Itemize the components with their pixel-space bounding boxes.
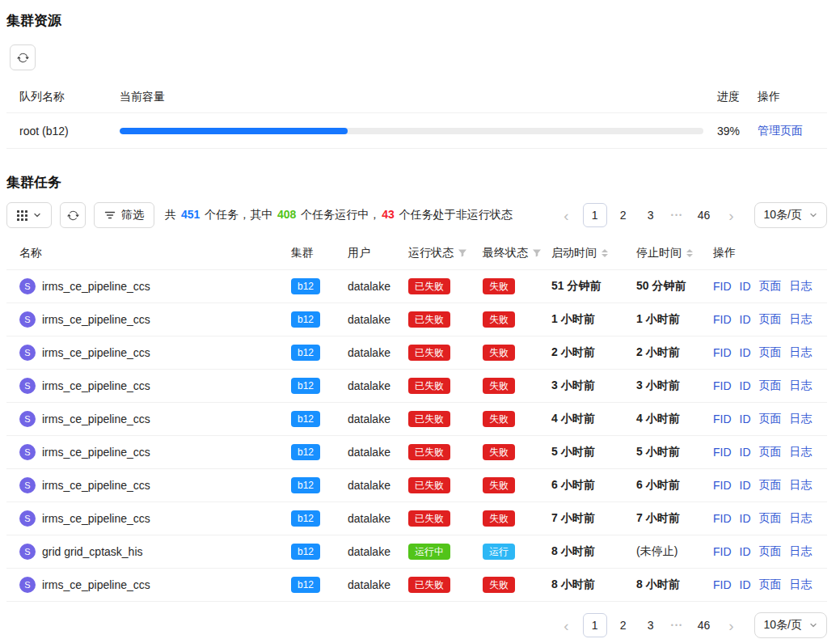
fid-link[interactable]: FID bbox=[713, 479, 732, 492]
final-status-badge: 失败 bbox=[483, 378, 515, 394]
capacity-progress-bar bbox=[120, 128, 703, 134]
id-link[interactable]: ID bbox=[740, 512, 751, 525]
pagination-prev[interactable]: ‹ bbox=[555, 203, 578, 227]
page-link[interactable]: 页面 bbox=[759, 412, 782, 426]
manage-page-link[interactable]: 管理页面 bbox=[758, 124, 803, 137]
pagination-next[interactable]: › bbox=[720, 203, 743, 227]
task-start-time: 51 分钟前 bbox=[551, 279, 636, 294]
fid-link[interactable]: FID bbox=[713, 545, 732, 558]
fid-link[interactable]: FID bbox=[713, 578, 732, 591]
chevron-down-icon bbox=[33, 211, 41, 219]
page-link[interactable]: 页面 bbox=[759, 445, 782, 459]
final-status-filter-icon[interactable] bbox=[532, 248, 542, 258]
id-link[interactable]: ID bbox=[740, 379, 751, 392]
page-link[interactable]: 页面 bbox=[759, 279, 782, 294]
run-status-badge: 运行中 bbox=[408, 544, 450, 560]
stop-time-sort-icon[interactable] bbox=[686, 249, 693, 257]
resources-refresh-button[interactable] bbox=[10, 44, 36, 70]
task-name: grid grid_cptask_his bbox=[42, 545, 143, 558]
id-link[interactable]: ID bbox=[740, 280, 751, 293]
pagination-top: ‹ 1 2 3 ••• 46 › 10条/页 bbox=[555, 202, 827, 228]
fid-link[interactable]: FID bbox=[713, 446, 732, 459]
final-status-badge: 运行 bbox=[483, 544, 515, 560]
pagination-page-3[interactable]: 3 bbox=[639, 613, 662, 637]
run-status-filter-icon[interactable] bbox=[458, 248, 467, 258]
pagination-page-1[interactable]: 1 bbox=[583, 613, 607, 637]
fid-link[interactable]: FID bbox=[713, 346, 732, 359]
id-link[interactable]: ID bbox=[740, 413, 751, 425]
run-status-badge: 已失败 bbox=[408, 477, 450, 493]
id-link[interactable]: ID bbox=[740, 313, 751, 326]
page-size-select[interactable]: 10条/页 bbox=[754, 202, 827, 228]
log-link[interactable]: 日志 bbox=[790, 478, 813, 493]
page-size-select[interactable]: 10条/页 bbox=[754, 612, 827, 638]
pagination-page-1[interactable]: 1 bbox=[583, 203, 607, 227]
refresh-icon bbox=[17, 52, 29, 64]
task-start-time: 3 小时前 bbox=[551, 379, 636, 393]
start-time-sort-icon[interactable] bbox=[602, 249, 608, 257]
log-link[interactable]: 日志 bbox=[790, 544, 813, 559]
log-link[interactable]: 日志 bbox=[790, 445, 813, 459]
log-link[interactable]: 日志 bbox=[790, 511, 813, 526]
pagination-next[interactable]: › bbox=[720, 613, 743, 637]
capacity-progress-fill bbox=[120, 128, 348, 134]
cluster-badge: b12 bbox=[291, 444, 320, 460]
id-link[interactable]: ID bbox=[740, 446, 751, 459]
page-link[interactable]: 页面 bbox=[759, 312, 782, 327]
layout-switch-button[interactable] bbox=[6, 202, 52, 228]
total-task-count: 451 bbox=[181, 208, 200, 221]
id-link[interactable]: ID bbox=[740, 578, 751, 591]
task-name: irms_ce_pipeline_ccs bbox=[42, 512, 150, 525]
log-link[interactable]: 日志 bbox=[790, 312, 813, 327]
cluster-badge: b12 bbox=[291, 345, 320, 361]
page-size-value: 10条/页 bbox=[764, 208, 802, 222]
pagination-prev[interactable]: ‹ bbox=[555, 613, 578, 637]
task-name: irms_ce_pipeline_ccs bbox=[42, 413, 150, 425]
final-status-badge: 失败 bbox=[483, 411, 515, 427]
task-user: datalake bbox=[348, 346, 408, 359]
page-link[interactable]: 页面 bbox=[759, 578, 782, 592]
id-link[interactable]: ID bbox=[740, 346, 751, 359]
id-link[interactable]: ID bbox=[740, 479, 751, 492]
resources-table-header: 队列名称 当前容量 进度 操作 bbox=[6, 81, 827, 113]
final-status-badge: 失败 bbox=[483, 444, 515, 460]
pagination-page-46[interactable]: 46 bbox=[693, 203, 715, 227]
pagination-page-3[interactable]: 3 bbox=[639, 203, 662, 227]
task-start-time: 1 小时前 bbox=[551, 312, 636, 327]
task-table-row: S irms_ce_pipeline_ccs b12 datalake 已失败 … bbox=[6, 502, 827, 535]
log-link[interactable]: 日志 bbox=[790, 412, 813, 426]
fid-link[interactable]: FID bbox=[713, 512, 732, 525]
log-link[interactable]: 日志 bbox=[790, 279, 813, 294]
task-avatar: S bbox=[19, 278, 36, 294]
task-stop-time: (未停止) bbox=[636, 544, 713, 559]
fid-link[interactable]: FID bbox=[713, 280, 732, 293]
task-avatar: S bbox=[19, 444, 36, 460]
page-link[interactable]: 页面 bbox=[759, 544, 782, 559]
task-start-time: 4 小时前 bbox=[551, 412, 636, 426]
tasks-refresh-button[interactable] bbox=[60, 202, 86, 228]
pagination-bottom: ‹ 1 2 3 ••• 46 › 10条/页 bbox=[555, 612, 827, 638]
log-link[interactable]: 日志 bbox=[790, 345, 813, 360]
header-queue-name: 队列名称 bbox=[6, 90, 120, 104]
final-status-badge: 失败 bbox=[483, 510, 515, 527]
page-link[interactable]: 页面 bbox=[759, 511, 782, 526]
pagination-ellipsis[interactable]: ••• bbox=[667, 621, 688, 629]
pagination-page-2[interactable]: 2 bbox=[612, 203, 635, 227]
final-status-badge: 失败 bbox=[483, 311, 515, 328]
task-start-time: 5 小时前 bbox=[551, 445, 636, 459]
pagination-ellipsis[interactable]: ••• bbox=[667, 211, 688, 219]
pagination-page-46[interactable]: 46 bbox=[693, 613, 715, 637]
fid-link[interactable]: FID bbox=[713, 413, 732, 425]
task-user: datalake bbox=[348, 545, 408, 558]
pagination-page-2[interactable]: 2 bbox=[612, 613, 635, 637]
fid-link[interactable]: FID bbox=[713, 379, 732, 392]
page-link[interactable]: 页面 bbox=[759, 478, 782, 493]
page-link[interactable]: 页面 bbox=[759, 345, 782, 360]
id-link[interactable]: ID bbox=[740, 545, 751, 558]
filter-button[interactable]: 筛选 bbox=[94, 202, 154, 228]
tasks-table-header: 名称 集群 用户 运行状态 最终状态 启动时间 停止时间 bbox=[6, 236, 827, 270]
fid-link[interactable]: FID bbox=[713, 313, 732, 326]
log-link[interactable]: 日志 bbox=[790, 379, 813, 393]
log-link[interactable]: 日志 bbox=[790, 578, 813, 592]
page-link[interactable]: 页面 bbox=[759, 379, 782, 393]
